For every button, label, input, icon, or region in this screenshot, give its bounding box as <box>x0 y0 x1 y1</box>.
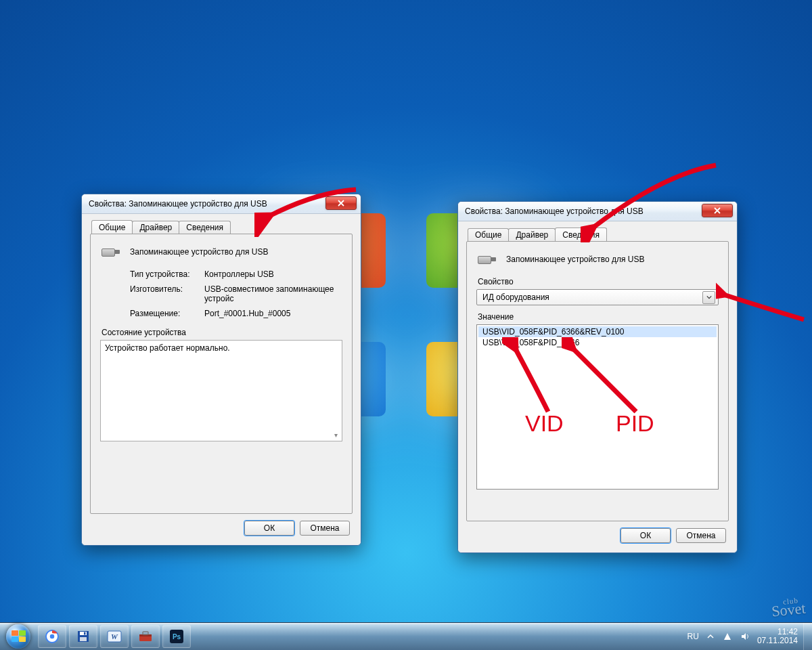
svg-text:W: W <box>111 632 118 641</box>
properties-dialog-details: Свойства: Запоминающее устройство для US… <box>457 201 738 553</box>
window-title: Свойства: Запоминающее устройство для US… <box>89 199 325 209</box>
device-status-text: Устройство работает нормально. <box>105 343 230 353</box>
taskbar: W Ps RU 11:42 07.11.2014 <box>0 622 812 650</box>
window-title: Свойства: Запоминающее устройство для US… <box>465 207 702 216</box>
list-item[interactable]: USB\VID_058F&PID_6366 <box>478 337 717 348</box>
device-name: Запоминающее устройство для USB <box>130 247 268 257</box>
taskbar-app-chrome[interactable] <box>38 625 66 648</box>
action-center-icon[interactable] <box>722 631 733 642</box>
volume-icon[interactable] <box>740 631 750 642</box>
cancel-button[interactable]: Отмена <box>676 528 726 543</box>
usb-device-icon <box>476 251 498 267</box>
tab-driver[interactable]: Драйвер <box>508 228 556 242</box>
taskbar-app-word[interactable]: W <box>100 625 129 648</box>
taskbar-app-toolbox[interactable] <box>131 625 160 648</box>
device-type-value: Контроллеры USB <box>204 269 342 279</box>
scroll-down-icon[interactable]: ▾ <box>330 429 341 440</box>
device-name: Запоминающее устройство для USB <box>506 255 644 264</box>
start-button[interactable] <box>0 623 37 650</box>
watermark: club Sovet <box>770 595 806 620</box>
system-tray: RU 11:42 07.11.2014 <box>682 628 803 645</box>
svg-rect-7 <box>84 632 86 635</box>
ok-button[interactable]: ОК <box>621 528 671 543</box>
tab-details[interactable]: Сведения <box>555 228 607 242</box>
desktop: Свойства: Запоминающее устройство для US… <box>0 0 812 650</box>
chrome-icon <box>45 630 59 643</box>
device-status-label: Состояние устройства <box>102 328 342 337</box>
property-dropdown-value: ИД оборудования <box>482 292 549 302</box>
svg-text:Ps: Ps <box>173 633 181 641</box>
close-button[interactable] <box>325 196 357 210</box>
tab-details[interactable]: Сведения <box>179 221 231 235</box>
svg-rect-6 <box>80 637 87 641</box>
device-type-label: Тип устройства: <box>130 269 204 279</box>
toolbox-icon <box>138 630 153 643</box>
close-button[interactable] <box>702 204 733 217</box>
tab-driver[interactable]: Драйвер <box>132 221 179 235</box>
cancel-button[interactable]: Отмена <box>300 521 350 536</box>
tab-general[interactable]: Общие <box>91 220 133 234</box>
list-item[interactable]: USB\VID_058F&PID_6366&REV_0100 <box>478 326 717 337</box>
show-desktop-button[interactable] <box>803 623 812 650</box>
hardware-ids-list[interactable]: USB\VID_058F&PID_6366&REV_0100 USB\VID_0… <box>476 324 719 490</box>
taskbar-app-photoshop[interactable]: Ps <box>162 625 191 648</box>
property-label: Свойство <box>478 277 719 286</box>
usb-device-icon <box>100 244 122 260</box>
ok-button[interactable]: ОК <box>244 521 294 536</box>
manufacturer-label: Изготовитель: <box>130 284 204 303</box>
photoshop-icon: Ps <box>170 630 183 643</box>
clock[interactable]: 11:42 07.11.2014 <box>757 628 798 645</box>
value-label: Значение <box>478 312 719 322</box>
tab-general[interactable]: Общие <box>468 228 509 242</box>
word-icon: W <box>107 630 122 643</box>
floppy-icon <box>76 630 90 643</box>
titlebar[interactable]: Свойства: Запоминающее устройство для US… <box>82 194 361 214</box>
show-hidden-icons[interactable] <box>706 632 715 641</box>
properties-dialog-general: Свойства: Запоминающее устройство для US… <box>81 194 361 546</box>
property-dropdown[interactable]: ИД оборудования <box>476 289 719 305</box>
taskbar-app-save[interactable] <box>69 625 97 648</box>
language-indicator[interactable]: RU <box>687 632 699 641</box>
clock-date: 07.11.2014 <box>757 636 798 645</box>
chevron-down-icon <box>702 291 715 304</box>
location-label: Размещение: <box>130 309 204 318</box>
location-value: Port_#0001.Hub_#0005 <box>204 309 342 318</box>
titlebar[interactable]: Свойства: Запоминающее устройство для US… <box>458 202 737 221</box>
svg-rect-12 <box>143 632 148 634</box>
device-status-box[interactable]: Устройство работает нормально. ▾ <box>100 340 342 441</box>
manufacturer-value: USB-совместимое запоминающее устройс <box>204 284 342 303</box>
